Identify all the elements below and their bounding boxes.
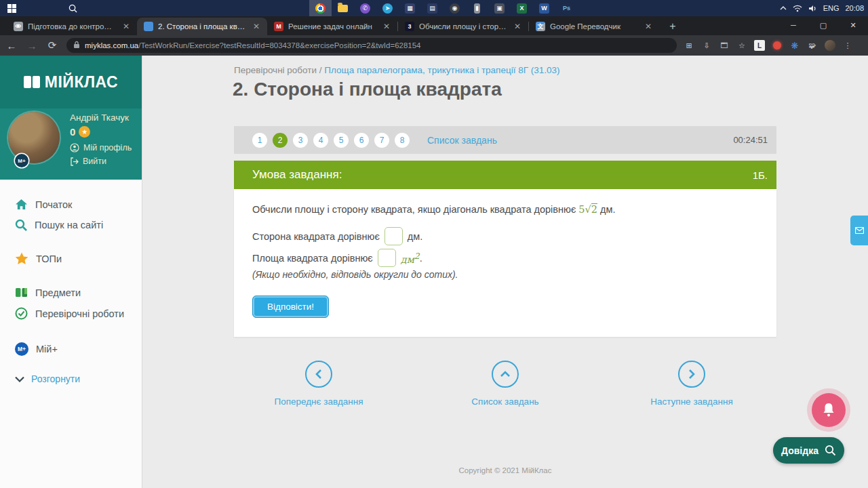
- check-circle-icon: [15, 307, 28, 320]
- tab-storona-ploshcha[interactable]: 2. Сторона і площа квадрата ✕: [137, 18, 267, 35]
- tab-favicon: 👁: [14, 22, 23, 31]
- extension-l-icon[interactable]: L: [754, 40, 765, 51]
- recorder-extension-icon[interactable]: [772, 40, 783, 51]
- sidebar-item-tops[interactable]: ТОПи: [15, 252, 142, 265]
- taskbar-chrome-icon[interactable]: [309, 0, 332, 16]
- browser-toolbar: ← → ⟳ miyklas.com.ua/TestWorkRun/Exercis…: [0, 35, 868, 56]
- taskbar-excel-icon[interactable]: X: [511, 0, 533, 16]
- user-points: 0: [70, 126, 75, 138]
- bookmark-star-icon[interactable]: ☆: [736, 40, 747, 51]
- taskbar-photoshop-icon[interactable]: Ps: [555, 0, 578, 16]
- browser-menu-icon[interactable]: ⋮: [842, 40, 853, 51]
- tab-favicon: 3: [405, 22, 414, 31]
- task-condition-header: Умова завдання: 1Б.: [234, 161, 776, 189]
- help-button[interactable]: Довідка: [773, 437, 844, 464]
- task-points: 1Б.: [753, 169, 768, 181]
- exercise-number-1[interactable]: 1: [252, 133, 267, 148]
- miyklas-logo[interactable]: МІЙКЛАС: [0, 56, 142, 108]
- start-button[interactable]: [0, 0, 23, 16]
- sidebar-item-miyplus[interactable]: М+ Мій+: [15, 342, 142, 356]
- user-avatar[interactable]: М+: [8, 112, 60, 163]
- page-title: 2. Сторона і площа квадрата: [233, 79, 502, 100]
- side-answer-input[interactable]: [384, 227, 403, 245]
- task-header-label: Умова завдання:: [252, 168, 342, 182]
- previous-task-button[interactable]: Попереднє завдання: [244, 361, 393, 407]
- miyplus-icon: М+: [15, 342, 28, 356]
- points-star-icon: ★: [79, 126, 90, 138]
- taskbar-device-icon[interactable]: ▮: [466, 0, 488, 16]
- exercise-number-7[interactable]: 7: [374, 133, 389, 148]
- taskbar-camera-icon[interactable]: ▣: [488, 0, 511, 16]
- sidebar-item-tests[interactable]: Перевірочні роботи: [15, 307, 142, 320]
- math-formula: 5√2: [578, 203, 597, 215]
- extension-snowflake-icon[interactable]: ❋: [789, 40, 800, 51]
- taskbar-word-icon[interactable]: W: [533, 0, 555, 16]
- close-window-button[interactable]: ✕: [838, 16, 868, 34]
- task-list-button[interactable]: Список завдань: [431, 361, 580, 407]
- tray-chevron-icon[interactable]: [780, 6, 787, 11]
- feedback-mail-tab[interactable]: [850, 216, 868, 245]
- reload-button[interactable]: ⟳: [43, 37, 61, 54]
- task-list-link[interactable]: Список завдань: [427, 135, 497, 146]
- search-icon: [15, 219, 27, 231]
- exercise-number-3[interactable]: 3: [293, 133, 308, 148]
- taskbar-viber-icon[interactable]: ✆: [354, 0, 376, 16]
- area-answer-input[interactable]: [378, 249, 396, 267]
- task-text: Обчисли площу і сторону квадрата, якщо д…: [252, 204, 616, 215]
- tab-obchysly[interactable]: 3 Обчисли площу і сторону квад ✕: [398, 18, 528, 35]
- tab-close-icon[interactable]: ✕: [121, 21, 132, 32]
- tab-google-translate[interactable]: 文 Google Переводчик ✕: [529, 18, 659, 35]
- tab-close-icon[interactable]: ✕: [643, 21, 654, 32]
- star-icon: [15, 252, 28, 265]
- save-page-icon[interactable]: ⇩: [701, 40, 712, 51]
- taskbar-explorer-icon[interactable]: [332, 0, 354, 16]
- minimize-button[interactable]: ─: [778, 16, 808, 34]
- sidebar-item-search[interactable]: Пошук на сайті: [15, 219, 142, 231]
- taskbar-app-icon[interactable]: ▤: [421, 0, 443, 16]
- exercise-number-6[interactable]: 6: [354, 133, 369, 148]
- breadcrumb-current[interactable]: Площа паралелограма, трикутника і трапец…: [324, 65, 559, 75]
- notifications-bell-button[interactable]: [812, 393, 846, 427]
- language-indicator[interactable]: ENG: [823, 4, 840, 12]
- exercise-number-2-active[interactable]: 2: [273, 133, 288, 148]
- address-bar[interactable]: miyklas.com.ua/TestWorkRun/Exercise?test…: [66, 38, 677, 53]
- tab-close-icon[interactable]: ✕: [381, 21, 392, 32]
- logout-icon: [70, 157, 79, 166]
- sidebar-menu: Початок Пошук на сайті ТОПи Предмети: [0, 180, 142, 384]
- maximize-button[interactable]: ▢: [808, 16, 838, 34]
- back-button[interactable]: ←: [3, 37, 20, 54]
- sidebar-expand[interactable]: Розгорнути: [15, 373, 142, 384]
- volume-icon[interactable]: [808, 5, 817, 12]
- logout-link[interactable]: Вийти: [70, 157, 132, 166]
- tab-favicon: 文: [536, 22, 545, 31]
- tab-kontrolna[interactable]: 👁 Підготовка до контрольної роб ✕: [7, 18, 137, 35]
- next-task-button[interactable]: Наступне завдання: [617, 361, 766, 407]
- answer-button[interactable]: Відповісти!: [252, 296, 329, 318]
- translate-icon[interactable]: 🗔: [719, 40, 730, 51]
- wifi-icon[interactable]: [793, 5, 802, 12]
- extensions-puzzle-icon[interactable]: 🧩︎: [807, 40, 818, 51]
- apps-grid-icon[interactable]: ⊞: [684, 40, 694, 51]
- clock[interactable]: 20:08: [845, 4, 864, 12]
- exercise-number-5[interactable]: 5: [334, 133, 349, 148]
- profile-avatar-icon[interactable]: [825, 40, 835, 51]
- my-profile-link[interactable]: Мій профіль: [70, 143, 132, 152]
- url-path: /TestWorkRun/Exercise?testResultId=80343…: [138, 41, 420, 49]
- chevron-up-icon: [492, 361, 519, 388]
- sidebar-item-home[interactable]: Початок: [15, 199, 142, 210]
- tab-close-icon[interactable]: ✕: [512, 21, 523, 32]
- exercise-number-4[interactable]: 4: [313, 133, 328, 148]
- tab-close-icon[interactable]: ✕: [251, 21, 262, 32]
- sidebar-item-subjects[interactable]: Предмети: [15, 287, 142, 298]
- tab-reshenie-zadach[interactable]: М Решение задач онлайн ✕: [267, 18, 397, 35]
- profile-section: М+ Андрій Ткачук 0 ★ Мій профіль Вийти: [0, 108, 142, 180]
- taskbar-utility-icon[interactable]: ◉: [443, 0, 466, 16]
- help-search-icon: [825, 445, 836, 456]
- breadcrumb-root[interactable]: Перевірочні роботи: [234, 65, 317, 75]
- taskbar-search-icon[interactable]: [61, 0, 84, 16]
- forward-button[interactable]: →: [23, 37, 41, 54]
- taskbar-telegram-icon[interactable]: ➤: [376, 0, 399, 16]
- taskbar-photos-icon[interactable]: ▦: [399, 0, 421, 16]
- exercise-number-8[interactable]: 8: [395, 133, 410, 148]
- new-tab-button[interactable]: +: [665, 20, 681, 33]
